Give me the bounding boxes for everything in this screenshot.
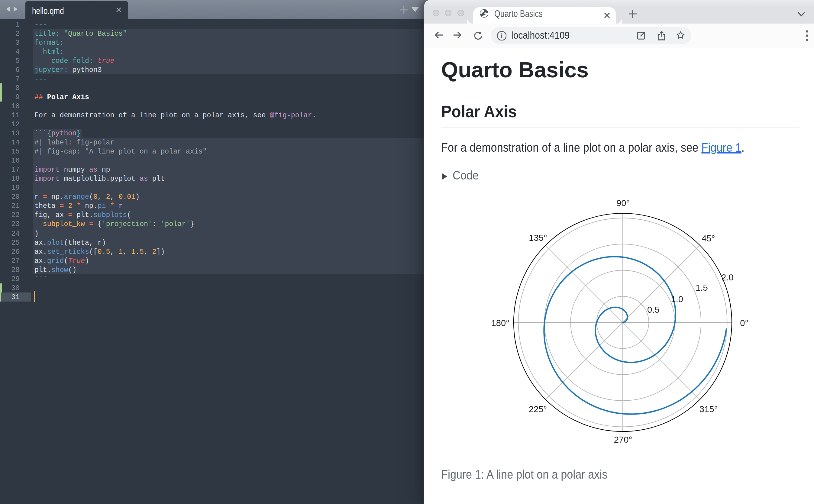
svg-text:315°: 315° (699, 404, 718, 414)
svg-text:0°: 0° (740, 318, 748, 328)
svg-text:2.0: 2.0 (721, 273, 734, 282)
svg-text:45°: 45° (702, 234, 715, 243)
svg-text:180°: 180° (491, 318, 509, 328)
svg-text:1.5: 1.5 (696, 283, 708, 292)
svg-text:90°: 90° (616, 198, 630, 208)
svg-text:0.5: 0.5 (647, 305, 660, 315)
svg-text:1.0: 1.0 (671, 294, 683, 304)
svg-text:270°: 270° (614, 435, 632, 444)
svg-text:225°: 225° (529, 404, 547, 414)
svg-text:135°: 135° (529, 233, 547, 243)
